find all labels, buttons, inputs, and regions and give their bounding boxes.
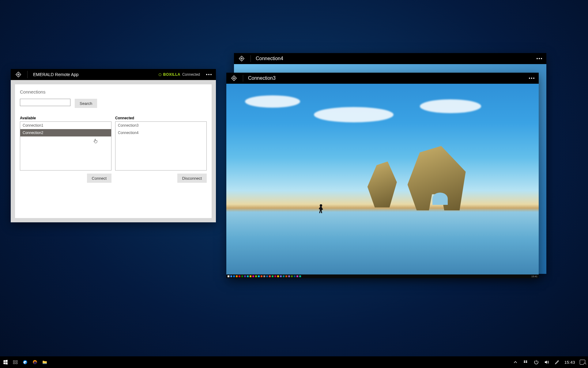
- svg-rect-2: [13, 363, 15, 364]
- app-title: EMERALD Remote App: [33, 72, 79, 77]
- power-tray-icon[interactable]: [533, 359, 539, 365]
- boxilla-state: Connected: [182, 72, 200, 77]
- remote-inner-clock: 15:41: [531, 275, 537, 278]
- remote3-titlebar[interactable]: Connection3: [226, 73, 539, 84]
- emerald-app-window[interactable]: EMERALD Remote App BOXILLA Connected Con…: [11, 69, 216, 222]
- remote4-titlebar[interactable]: Connection4: [234, 53, 546, 64]
- more-icon[interactable]: [529, 78, 534, 79]
- boxilla-status: BOXILLA Connected: [159, 72, 200, 77]
- connect-button[interactable]: Connect: [87, 174, 111, 183]
- remote-desktop-wallpaper: 15:41: [226, 84, 539, 278]
- taskbar-clock[interactable]: 15:43: [564, 360, 575, 365]
- host-taskbar[interactable]: 15:43: [0, 356, 588, 368]
- start-button[interactable]: [2, 359, 9, 365]
- section-title: Connections: [20, 89, 207, 94]
- remote4-title: Connection4: [256, 56, 283, 61]
- title-divider: [27, 71, 28, 78]
- tray-chevron-icon[interactable]: [512, 359, 518, 365]
- emerald-logo-icon: [238, 55, 245, 62]
- remote3-viewport[interactable]: 15:41: [226, 84, 539, 278]
- action-center-icon[interactable]: [579, 359, 586, 365]
- svg-rect-1: [16, 361, 17, 362]
- connected-item[interactable]: Connection3: [115, 122, 206, 129]
- file-explorer-icon[interactable]: [42, 359, 48, 365]
- more-icon[interactable]: [206, 74, 212, 75]
- remote3-title: Connection3: [248, 75, 276, 81]
- emerald-titlebar[interactable]: EMERALD Remote App BOXILLA Connected: [11, 69, 216, 80]
- connected-label: Connected: [115, 116, 207, 120]
- emerald-logo-icon: [231, 75, 237, 82]
- boxilla-brand: BOXILLA: [163, 72, 180, 77]
- title-divider: [243, 75, 243, 82]
- available-listbox[interactable]: Connection1Connection2: [20, 121, 111, 171]
- search-input[interactable]: [20, 99, 70, 106]
- volume-tray-icon[interactable]: [544, 359, 550, 365]
- available-item[interactable]: Connection1: [20, 122, 111, 129]
- status-dot-icon: [159, 73, 161, 76]
- emerald-body: Connections Search Available Connection1…: [15, 84, 212, 218]
- svg-rect-3: [16, 363, 17, 364]
- emerald-logo-icon: [15, 71, 22, 78]
- available-item[interactable]: Connection2: [20, 129, 111, 136]
- more-icon[interactable]: [537, 58, 542, 59]
- remote-inner-taskbar[interactable]: 15:41: [226, 274, 539, 278]
- title-divider: [251, 55, 251, 62]
- remote-window-connection3[interactable]: Connection3 15:41: [226, 73, 539, 278]
- connected-listbox[interactable]: Connection3Connection4: [115, 121, 207, 171]
- connected-item[interactable]: Connection4: [115, 129, 206, 136]
- available-label: Available: [20, 116, 111, 120]
- svg-rect-0: [13, 361, 15, 362]
- firefox-icon[interactable]: [32, 359, 38, 365]
- disconnect-button[interactable]: Disconnect: [177, 174, 207, 183]
- dropbox-tray-icon[interactable]: [523, 359, 529, 365]
- search-button[interactable]: Search: [75, 99, 97, 108]
- task-view-icon[interactable]: [12, 359, 18, 365]
- pen-tray-icon[interactable]: [554, 359, 560, 365]
- edge-icon[interactable]: [22, 359, 28, 365]
